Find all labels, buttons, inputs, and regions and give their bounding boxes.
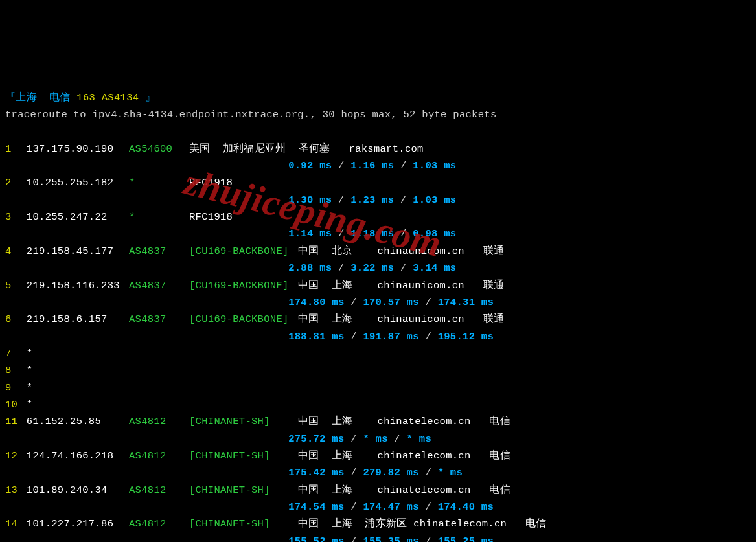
hop-number: 9 <box>5 379 20 396</box>
hop-network: [CHINANET-SH] <box>189 413 292 430</box>
hop-asn: AS4812 <box>129 447 189 464</box>
title-num: 163 AS4134 <box>76 92 139 104</box>
rtt-value: 174.80 ms <box>288 297 344 308</box>
rtt-value: 1.16 ms <box>350 160 394 172</box>
hop-row: 12 124.74.166.218AS4812[CHINANET-SH] 中国 … <box>5 447 751 464</box>
hop-asn: AS4812 <box>129 482 189 499</box>
hop-ip: 61.152.25.85 <box>27 413 129 430</box>
hop-row: 14 101.227.217.86AS4812[CHINANET-SH] 中国 … <box>5 515 751 532</box>
hop-network: [CU169-BACKBONE] <box>189 311 292 328</box>
hop-asn: * <box>129 174 189 191</box>
hop-number: 3 <box>5 209 20 225</box>
hop-row: 7 * <box>5 345 751 362</box>
hop-asn: AS54600 <box>129 141 189 157</box>
rtt-value: * ms <box>438 467 463 479</box>
hop-row: 11 61.152.25.85AS4812[CHINANET-SH] 中国 上海… <box>5 413 751 430</box>
hop-location: 中国 上海 chinatelecom.cn 电信 <box>298 416 510 427</box>
rtt-value: * ms <box>407 433 431 445</box>
hop-asn: AS4812 <box>129 515 189 532</box>
hop-row: 6 219.158.6.157AS4837[CU169-BACKBONE] 中国… <box>5 311 751 328</box>
rtt-value: 3.22 ms <box>350 262 394 274</box>
rtt-value: 155.25 ms <box>438 536 494 542</box>
rtt-value: 3.14 ms <box>413 262 456 274</box>
hop-ip: 137.175.90.190 <box>27 141 129 157</box>
hop-rtt-row: 175.42 ms / 279.82 ms / * ms <box>5 464 751 481</box>
hop-location: 中国 上海 浦东新区 chinatelecom.cn 电信 <box>298 518 547 530</box>
rtt-value: 174.47 ms <box>363 501 418 513</box>
hop-number: 12 <box>5 447 20 464</box>
hop-ip: 219.158.6.157 <box>27 311 129 328</box>
hop-rtt-row: 1.30 ms / 1.23 ms / 1.03 ms <box>5 192 751 209</box>
hop-network: [CU169-BACKBONE] <box>189 243 292 260</box>
traceroute-header: traceroute to ipv4.sha-4134.endpoint.nxt… <box>5 106 751 123</box>
hop-number: 13 <box>5 482 20 499</box>
hop-ip: 219.158.45.177 <box>27 243 129 260</box>
hop-list: 1 137.175.90.190AS54600美国 加利福尼亚州 圣何塞 rak… <box>5 141 751 542</box>
hop-number: 11 <box>5 413 20 430</box>
hop-number: 2 <box>5 174 20 191</box>
hop-ip: 10.255.255.182 <box>27 174 129 191</box>
traceroute-output: 『上海 电信 163 AS4134 』 traceroute to ipv4.s… <box>5 72 751 542</box>
hop-ip: 10.255.247.22 <box>27 209 129 225</box>
hop-asn: * <box>129 209 189 225</box>
hop-rtt-row: 2.88 ms / 3.22 ms / 3.14 ms <box>5 260 751 277</box>
hop-ip: * <box>27 362 129 379</box>
rtt-value: 275.72 ms <box>288 433 344 445</box>
hop-rtt-row: 174.80 ms / 170.57 ms / 174.31 ms <box>5 294 751 311</box>
rtt-value: 1.03 ms <box>413 160 456 172</box>
rtt-value: 1.30 ms <box>288 194 332 206</box>
title-prefix: 『 <box>5 92 16 104</box>
rtt-value: 1.18 ms <box>350 228 394 240</box>
hop-row: 9 * <box>5 379 751 396</box>
rtt-value: 1.23 ms <box>350 194 394 206</box>
hop-row: 13 101.89.240.34AS4812[CHINANET-SH] 中国 上… <box>5 482 751 499</box>
rtt-value: 174.40 ms <box>438 501 494 513</box>
hop-number: 6 <box>5 311 20 328</box>
rtt-value: 0.98 ms <box>413 228 456 240</box>
hop-ip: 101.89.240.34 <box>27 482 129 499</box>
hop-row: 8 * <box>5 362 751 379</box>
hop-row: 4 219.158.45.177AS4837[CU169-BACKBONE] 中… <box>5 243 751 260</box>
hop-rtt-row: 1.14 ms / 1.18 ms / 0.98 ms <box>5 225 751 242</box>
rtt-value: 188.81 ms <box>288 331 344 343</box>
hop-location: RFC1918 <box>189 177 233 188</box>
hop-location: RFC1918 <box>189 211 233 223</box>
hop-network: [CHINANET-SH] <box>189 515 292 532</box>
rtt-value: 1.14 ms <box>288 228 332 240</box>
hop-number: 10 <box>5 396 20 413</box>
hop-row: 5 219.158.116.233AS4837[CU169-BACKBONE] … <box>5 277 751 294</box>
rtt-value: 195.12 ms <box>438 331 494 343</box>
hop-location: 中国 上海 chinatelecom.cn 电信 <box>298 484 510 496</box>
rtt-value: 175.42 ms <box>288 467 344 479</box>
hop-ip: 219.158.116.233 <box>27 277 129 294</box>
rtt-value: 170.57 ms <box>363 297 418 308</box>
hop-location: 中国 上海 chinatelecom.cn 电信 <box>298 450 510 462</box>
hop-number: 7 <box>5 345 20 362</box>
hop-asn: AS4837 <box>129 243 189 260</box>
hop-ip: 124.74.166.218 <box>27 447 129 464</box>
rtt-value: 279.82 ms <box>363 467 418 479</box>
rtt-value: * ms <box>363 433 387 445</box>
hop-row: 10 * <box>5 396 751 413</box>
hop-asn: AS4812 <box>129 413 189 430</box>
hop-rtt-row: 0.92 ms / 1.16 ms / 1.03 ms <box>5 157 751 174</box>
rtt-value: 155.35 ms <box>363 536 418 542</box>
rtt-value: 191.87 ms <box>363 331 418 343</box>
hop-asn: AS4837 <box>129 277 189 294</box>
hop-ip: * <box>27 345 129 362</box>
rtt-value: 174.54 ms <box>288 501 344 513</box>
hop-row: 3 10.255.247.22*RFC1918 <box>5 209 751 225</box>
rtt-value: 1.03 ms <box>413 194 456 206</box>
rtt-value: 0.92 ms <box>288 160 332 172</box>
hop-number: 14 <box>5 515 20 532</box>
hop-ip: * <box>27 396 129 413</box>
hop-number: 8 <box>5 362 20 379</box>
hop-network: [CU169-BACKBONE] <box>189 277 292 294</box>
title-suffix: 』 <box>139 92 155 104</box>
hop-row: 2 10.255.255.182*RFC1918 <box>5 174 751 191</box>
hop-ip: 101.227.217.86 <box>27 515 129 532</box>
hop-network: [CHINANET-SH] <box>189 447 292 464</box>
hop-location: 中国 上海 chinaunicom.cn 联通 <box>298 313 505 325</box>
rtt-value: 2.88 ms <box>288 262 332 274</box>
hop-rtt-row: 275.72 ms / * ms / * ms <box>5 431 751 447</box>
